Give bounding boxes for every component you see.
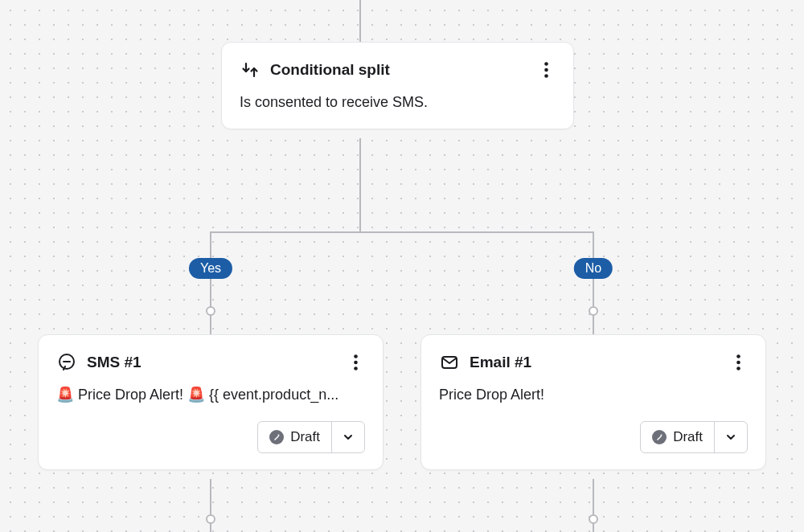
svg-point-7	[278, 435, 280, 436]
status-dropdown[interactable]: Draft	[257, 421, 365, 453]
svg-point-2	[544, 74, 548, 78]
draft-status-icon	[652, 430, 667, 444]
connector-node	[589, 306, 598, 316]
svg-point-12	[661, 435, 662, 436]
card-title: SMS #1	[87, 354, 336, 371]
sms-card[interactable]: SMS #1 🚨 Price Drop Alert! 🚨 {{ event.pr…	[38, 334, 384, 470]
conditional-split-card[interactable]: Conditional split Is consented to receiv…	[221, 42, 574, 129]
card-title: Conditional split	[270, 61, 527, 79]
svg-point-10	[736, 361, 740, 365]
email-icon	[439, 352, 460, 373]
email-card[interactable]: Email #1 Price Drop Alert! Draft	[420, 334, 766, 470]
svg-point-11	[736, 366, 740, 370]
draft-status-icon	[269, 430, 284, 444]
connector-line	[210, 231, 211, 334]
svg-point-6	[354, 366, 358, 370]
status-label: Draft	[290, 429, 320, 445]
connector-node	[206, 514, 215, 524]
status-label: Draft	[673, 429, 703, 445]
split-description: Is consented to receive SMS.	[240, 92, 556, 113]
svg-point-1	[544, 68, 548, 72]
svg-point-0	[544, 62, 548, 66]
split-icon	[240, 59, 260, 80]
card-title: Email #1	[470, 354, 719, 371]
card-menu-button[interactable]	[728, 351, 748, 374]
connector-line	[359, 0, 361, 42]
card-menu-button[interactable]	[536, 59, 556, 81]
status-dropdown[interactable]: Draft	[640, 421, 748, 453]
chevron-down-icon[interactable]	[332, 422, 364, 452]
connector-node	[206, 306, 215, 316]
sms-preview: 🚨 Price Drop Alert! 🚨 {{ event.product_n…	[56, 385, 365, 405]
connector-line	[593, 231, 594, 334]
card-menu-button[interactable]	[346, 351, 365, 374]
connector-line	[593, 479, 594, 532]
connector-line	[210, 479, 211, 532]
branch-label-no: No	[574, 258, 613, 279]
flow-canvas[interactable]: Conditional split Is consented to receiv…	[0, 0, 804, 532]
svg-point-4	[354, 354, 358, 358]
connector-node	[589, 514, 598, 524]
svg-point-9	[736, 354, 740, 358]
svg-point-5	[354, 361, 358, 365]
connector-line	[359, 138, 361, 232]
sms-icon	[56, 352, 77, 373]
email-preview: Price Drop Alert!	[439, 385, 748, 405]
chevron-down-icon[interactable]	[715, 422, 747, 452]
connector-line	[211, 231, 593, 233]
branch-label-yes: Yes	[189, 258, 232, 279]
